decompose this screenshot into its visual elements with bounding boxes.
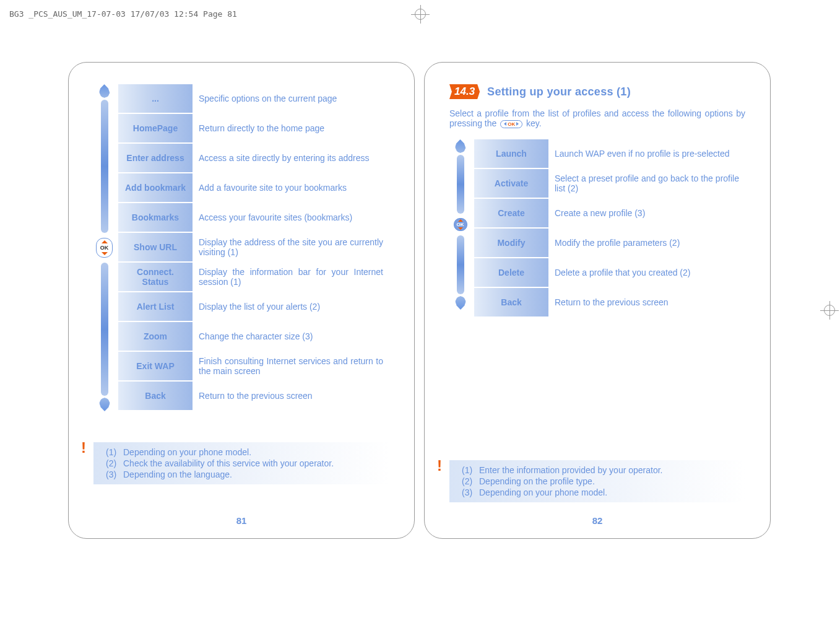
table-row: BookmarksAccess your favourite sites (bo…	[118, 203, 389, 232]
row-label: Alert List	[118, 292, 193, 321]
table-row: LaunchLaunch WAP even if no profile is p…	[474, 139, 745, 168]
exclaim-icon: !	[81, 439, 86, 456]
triangle-up-icon	[102, 240, 108, 243]
table-row: ...Specific options on the current page	[118, 84, 389, 113]
row-label: Add bookmark	[118, 173, 193, 202]
row-desc: Add a favourite site to your bookmarks	[193, 173, 389, 202]
footnotes-right: ! (1)Enter the information provided by y…	[449, 460, 745, 502]
table-row: ActivateSelect a preset profile and go b…	[474, 169, 745, 198]
row-label: Bookmarks	[118, 203, 193, 232]
table-row: DeleteDelete a profile that you created …	[474, 258, 745, 287]
footnote-item: (2)Check the availability of this servic…	[106, 458, 383, 468]
page-number-left: 81	[69, 515, 414, 526]
triangle-right-icon	[516, 122, 519, 126]
table-row: Show URLDisplay the address of the site …	[118, 233, 389, 261]
row-label: Zoom	[118, 322, 193, 351]
footnote-item: (1)Enter the information provided by you…	[462, 465, 739, 475]
nav-bar-icon	[457, 155, 464, 214]
row-desc: Return directly to the home page	[193, 114, 389, 142]
nav-icon-column-right: OK	[449, 139, 471, 310]
triangle-down-icon	[102, 252, 108, 255]
row-desc: Change the character size (3)	[193, 322, 389, 351]
footnotes-left: ! (1)Depending on your phone model. (2)C…	[93, 442, 389, 484]
footnote-item: (3)Depending on the language.	[106, 469, 383, 479]
left-table: OK ...Specific options on the current pa…	[93, 84, 389, 411]
right-page: 14.3 Setting up your access (1) Select a…	[424, 62, 771, 539]
nav-bar-icon	[101, 100, 108, 233]
right-table: OK LaunchLaunch WAP even if no profile i…	[449, 139, 745, 318]
row-label: Launch	[474, 139, 548, 168]
row-desc: Access a site directly by entering its a…	[193, 144, 389, 172]
row-label: Modify	[474, 229, 548, 257]
row-desc: Delete a profile that you created (2)	[548, 258, 745, 287]
registration-mark-top	[411, 5, 430, 24]
ok-label: OK	[100, 245, 109, 251]
ok-key-icon: OK	[96, 238, 113, 258]
section-header: 14.3 Setting up your access (1)	[449, 84, 745, 99]
row-desc: Select a preset profile and go back to t…	[548, 169, 745, 198]
nav-drop-up-icon	[455, 139, 466, 153]
nav-bar-icon	[457, 235, 464, 294]
footnote-item: (3)Depending on your phone model.	[462, 487, 739, 497]
section-number: 14.3	[449, 84, 480, 99]
row-desc: Access your favourite sites (bookmarks)	[193, 203, 389, 232]
table-row: Exit WAPFinish consulting Internet servi…	[118, 352, 389, 380]
ok-key-small-icon: OK	[454, 218, 467, 231]
row-desc: Display the list of your alerts (2)	[193, 292, 389, 321]
ok-label-small: OK	[457, 222, 464, 227]
row-label: ...	[118, 84, 193, 113]
row-label: Delete	[474, 258, 548, 287]
row-desc: Return to the previous screen	[548, 288, 745, 317]
registration-mark-right	[820, 301, 839, 320]
intro-text: Select a profile from the list of profil…	[449, 108, 745, 128]
row-desc: Specific options on the current page	[193, 84, 389, 113]
row-label: Connect. Status	[118, 263, 193, 291]
nav-icon-column-left: OK	[93, 84, 115, 411]
table-row: BackReturn to the previous screen	[474, 288, 745, 317]
row-label: Enter address	[118, 144, 193, 172]
triangle-left-icon	[504, 122, 506, 126]
document-header: BG3 _PCS_AUS_UM_17-07-03 17/07/03 12:54 …	[9, 9, 237, 19]
nav-drop-down-icon	[99, 398, 110, 411]
table-row: ModifyModify the profile parameters (2)	[474, 229, 745, 257]
row-label: Back	[118, 382, 193, 410]
row-label: HomePage	[118, 114, 193, 142]
table-row: ZoomChange the character size (3)	[118, 322, 389, 351]
nav-bar-icon	[101, 263, 108, 396]
nav-drop-up-icon	[99, 84, 110, 98]
inline-ok-key-icon: OK	[500, 120, 522, 128]
footnote-item: (2)Depending on the profile type.	[462, 476, 739, 486]
row-desc: Launch WAP even if no profile is pre-sel…	[548, 139, 745, 168]
table-row: Connect. StatusDisplay the information b…	[118, 263, 389, 291]
row-label: Activate	[474, 169, 548, 198]
triangle-down-icon	[458, 227, 463, 230]
row-label: Create	[474, 199, 548, 227]
row-label: Back	[474, 288, 548, 317]
table-row: Enter addressAccess a site directly by e…	[118, 144, 389, 172]
table-row: BackReturn to the previous screen	[118, 382, 389, 410]
table-row: Alert ListDisplay the list of your alert…	[118, 292, 389, 321]
section-title: Setting up your access (1)	[487, 85, 631, 98]
row-label: Show URL	[118, 233, 193, 261]
row-label: Exit WAP	[118, 352, 193, 380]
inline-ok-label: OK	[508, 121, 515, 127]
footnote-item: (1)Depending on your phone model.	[106, 447, 383, 457]
row-desc: Display the information bar for your Int…	[193, 263, 389, 291]
table-row: CreateCreate a new profile (3)	[474, 199, 745, 227]
page-number-right: 82	[425, 515, 770, 526]
row-desc: Finish consulting Internet services and …	[193, 352, 389, 380]
row-desc: Return to the previous screen	[193, 382, 389, 410]
table-row: HomePageReturn directly to the home page	[118, 114, 389, 142]
exclaim-icon: !	[437, 457, 442, 474]
row-desc: Create a new profile (3)	[548, 199, 745, 227]
row-desc: Display the address of the site you are …	[193, 233, 389, 261]
row-desc: Modify the profile parameters (2)	[548, 229, 745, 257]
left-page: OK ...Specific options on the current pa…	[68, 62, 415, 539]
nav-drop-down-icon	[455, 296, 466, 310]
table-row: Add bookmarkAdd a favourite site to your…	[118, 173, 389, 202]
